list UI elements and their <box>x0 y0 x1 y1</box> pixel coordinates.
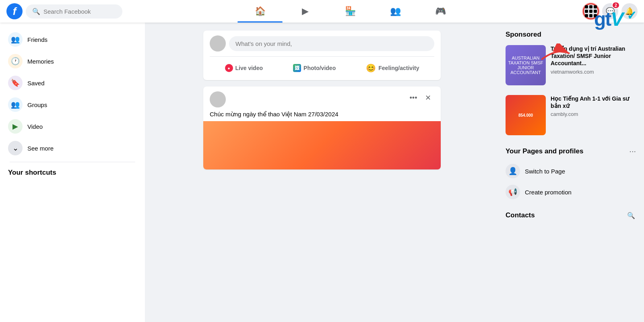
more-options-button[interactable]: ••• <box>407 91 420 104</box>
top-navbar: f 🔍 🏠 ▶ 🏪 👥 🎮 <box>0 0 644 23</box>
center-feed: ● Live video 🖼 Photo/video 😊 Feeling/act… <box>145 23 499 322</box>
nav-center: 🏠 ▶ 🏪 👥 🎮 <box>143 2 557 21</box>
contacts-actions: 🔍 <box>625 209 638 222</box>
facebook-logo[interactable]: f <box>6 3 23 19</box>
sidebar-label-video: Video <box>27 123 43 130</box>
ad-card-2[interactable]: 854.000 Học Tiếng Anh 1-1 với Gia sư bản… <box>502 92 641 138</box>
post-text-input[interactable] <box>229 36 434 51</box>
right-sidebar: Sponsored AUSTRALIAN TAXATION SMSF JUNIO… <box>499 23 644 322</box>
ad-domain-1: vietnamworks.com <box>551 69 638 75</box>
ad-image-text-2: 854.000 <box>517 111 535 119</box>
sidebar-item-memories[interactable]: 🕐 Memories <box>3 51 142 72</box>
feed-card-avatar <box>210 91 226 107</box>
sidebar-label-friends: Friends <box>27 36 47 43</box>
photo-video-button[interactable]: 🖼 Photo/video <box>288 62 341 74</box>
contacts-section-header: Contacts 🔍 <box>502 206 641 225</box>
gtv-watermark: gtV ✓ <box>594 8 636 30</box>
sidebar-item-groups[interactable]: 👥 Groups <box>3 94 142 115</box>
saved-icon: 🔖 <box>8 76 23 90</box>
promotion-icon: 📢 <box>506 185 520 199</box>
sidebar-item-video[interactable]: ▶ Video <box>3 116 142 137</box>
nav-gaming[interactable]: 🎮 <box>418 2 463 21</box>
sidebar-label-groups: Groups <box>27 101 47 108</box>
gaming-icon: 🎮 <box>435 6 446 17</box>
red-arrow-svg <box>541 43 574 64</box>
fb-logo-letter: f <box>13 6 17 17</box>
post-actions-bar: ● Live video 🖼 Photo/video 😊 Feeling/act… <box>210 56 434 75</box>
switch-page-label: Switch to Page <box>525 168 565 175</box>
marketplace-icon: 🏪 <box>345 6 356 17</box>
groups-icon: 👥 <box>8 97 23 112</box>
post-input-row <box>210 35 434 52</box>
gtv-checkmark: ✓ <box>627 9 636 22</box>
live-label: Live video <box>235 65 263 71</box>
feed-card-image <box>203 121 441 169</box>
sidebar-item-friends[interactable]: 👥 Friends <box>3 29 142 50</box>
sidebar-divider <box>10 162 135 162</box>
ad-title-2: Học Tiếng Anh 1-1 với Gia sư bản xứ <box>551 95 638 109</box>
search-bar[interactable]: 🔍 <box>26 4 122 19</box>
feeling-icon: 😊 <box>366 63 376 73</box>
video-icon: ▶ <box>302 6 309 17</box>
feed-card-header: ••• ✕ <box>203 87 441 111</box>
live-video-button[interactable]: ● Live video <box>220 62 268 74</box>
create-promotion-label: Create promotion <box>525 189 572 196</box>
gtv-logo-text: gtV <box>594 8 623 30</box>
home-icon: 🏠 <box>255 6 266 17</box>
new-group-chat-button[interactable]: 🔍 <box>625 209 638 222</box>
ad-domain-2: cambly.com <box>551 111 638 117</box>
nav-friends[interactable]: 👥 <box>373 2 418 21</box>
switch-to-page-button[interactable]: 👤 Switch to Page <box>502 161 641 182</box>
post-composer: ● Live video 🖼 Photo/video 😊 Feeling/act… <box>203 31 441 80</box>
feed-card: ••• ✕ Chúc mừng ngày thể thao Việt Nam 2… <box>203 87 441 169</box>
ad-image-text-1: AUSTRALIAN TAXATION SMSF JUNIOR ACCOUNTA… <box>506 54 546 76</box>
left-sidebar: 👥 Friends 🕐 Memories 🔖 Saved 👥 Groups ▶ … <box>0 23 145 322</box>
feeling-button[interactable]: 😊 Feeling/activity <box>361 61 424 75</box>
see-more-button[interactable]: ⌄ See more <box>3 138 142 159</box>
switch-page-icon: 👤 <box>506 164 520 178</box>
photo-label: Photo/video <box>303 65 336 71</box>
user-avatar <box>210 35 226 52</box>
photo-icon: 🖼 <box>293 64 301 72</box>
ad-image-2: 854.000 <box>506 95 546 135</box>
create-promotion-button[interactable]: 📢 Create promotion <box>502 182 641 202</box>
sponsored-heading: Sponsored <box>502 29 641 42</box>
nav-marketplace[interactable]: 🏪 <box>328 2 373 21</box>
pages-more-options-button[interactable]: ··· <box>627 145 638 157</box>
contacts-heading: Contacts <box>506 211 535 219</box>
pages-profiles-heading: Your Pages and profiles <box>506 147 583 155</box>
live-icon: ● <box>225 64 233 72</box>
sidebar-item-saved[interactable]: 🔖 Saved <box>3 72 142 93</box>
sidebar-label-saved: Saved <box>27 80 45 87</box>
nav-video[interactable]: ▶ <box>283 2 328 21</box>
chevron-down-icon: ⌄ <box>8 141 23 155</box>
friends-icon: 👥 <box>8 32 23 47</box>
memories-icon: 🕐 <box>8 54 23 68</box>
search-icon: 🔍 <box>32 8 40 15</box>
sidebar-label-memories: Memories <box>27 58 54 65</box>
video-sidebar-icon: ▶ <box>8 119 23 134</box>
feed-card-action-buttons: ••• ✕ <box>407 91 434 104</box>
nav-home[interactable]: 🏠 <box>237 2 283 21</box>
shortcuts-heading: Your shortcuts <box>3 165 142 180</box>
see-more-label: See more <box>27 145 54 152</box>
friends-nav-icon: 👥 <box>390 6 401 17</box>
ad-info-2: Học Tiếng Anh 1-1 với Gia sư bản xứ camb… <box>551 95 638 135</box>
header-left: f 🔍 <box>6 3 143 19</box>
search-input[interactable] <box>43 8 116 15</box>
close-card-button[interactable]: ✕ <box>421 91 434 104</box>
annotation-arrow <box>541 43 574 64</box>
ad-image-1: AUSTRALIAN TAXATION SMSF JUNIOR ACCOUNTA… <box>506 45 546 85</box>
pages-profiles-section-header: Your Pages and profiles ··· <box>502 142 641 161</box>
feed-card-text: Chúc mừng ngày thể thao Việt Nam 27/03/2… <box>203 111 441 121</box>
feeling-label: Feeling/activity <box>378 65 419 71</box>
